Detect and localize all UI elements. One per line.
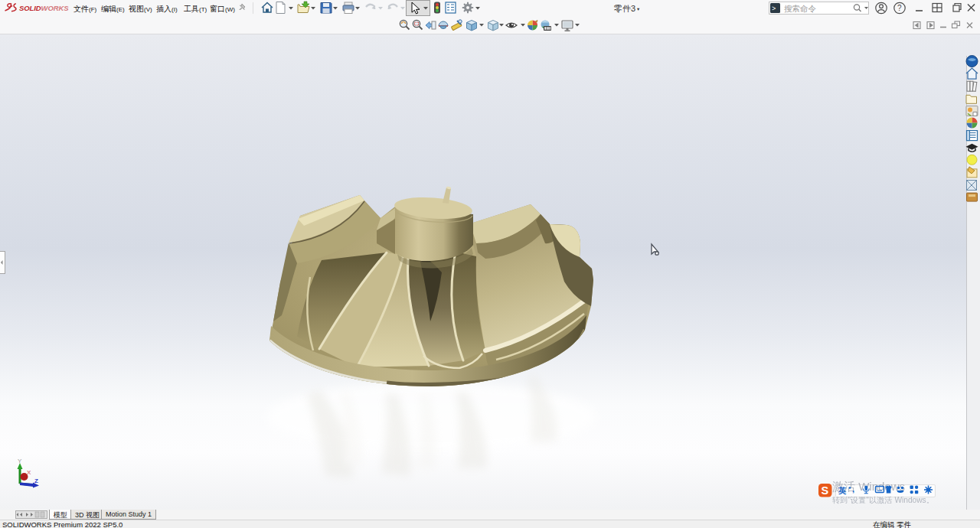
svg-text:X: X: [27, 469, 31, 476]
svg-text:,: ,: [852, 484, 854, 494]
svg-text:英: 英: [838, 486, 847, 495]
svg-text:S: S: [822, 484, 829, 497]
svg-text:Z: Z: [34, 477, 38, 484]
